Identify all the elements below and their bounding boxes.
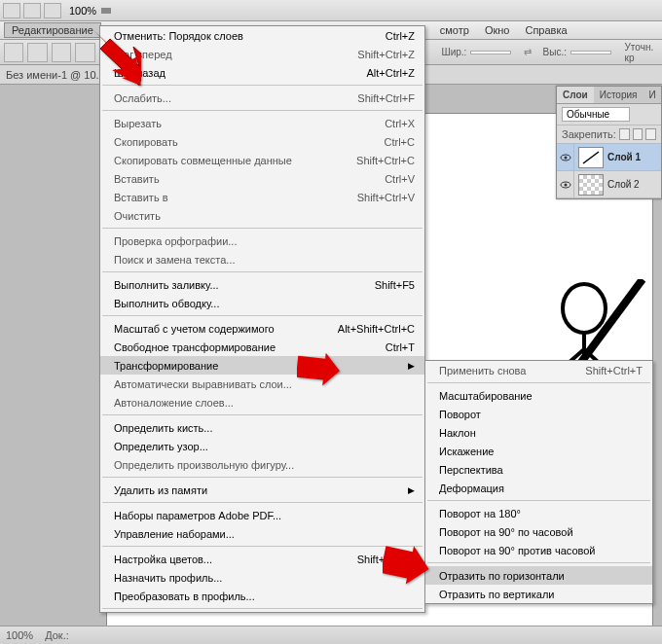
menu-help[interactable]: Справка <box>517 22 574 38</box>
selection-mode-new[interactable] <box>27 43 47 62</box>
refine-edge-button[interactable]: Уточн. кр <box>619 41 662 64</box>
menu-item-shortcut: Alt+Ctrl+Z <box>366 67 415 79</box>
menu-item-label: Удалить из памяти <box>114 484 388 496</box>
edit-menu-item[interactable]: Настройка цветов...Shift+Ctrl+K <box>100 550 424 568</box>
menu-window[interactable]: Окно <box>477 22 518 38</box>
menu-separator <box>427 562 650 563</box>
selection-mode-add[interactable] <box>52 43 71 62</box>
svg-line-10 <box>583 152 599 163</box>
layer-name[interactable]: Слой 1 <box>607 152 641 162</box>
edit-menu-item[interactable]: Трансформирование▶ <box>100 356 424 375</box>
transform-submenu-item[interactable]: Деформация <box>425 479 652 497</box>
toolbar-button-mb[interactable] <box>44 3 61 18</box>
width-field[interactable] <box>470 51 511 54</box>
transform-submenu-item[interactable]: Отразить по горизонтали <box>425 566 652 585</box>
menu-item-shortcut: Shift+Ctrl+V <box>357 192 415 203</box>
edit-menu-item: Очистить <box>100 206 424 225</box>
layer-name[interactable]: Слой 2 <box>607 179 640 190</box>
menu-item-label: Определить кисть... <box>114 422 415 434</box>
toolbar-button-ps[interactable] <box>3 3 20 18</box>
edit-menu-item[interactable]: Шаг назадAlt+Ctrl+Z <box>100 63 424 82</box>
lock-transparent-icon[interactable] <box>619 128 630 140</box>
layer-row[interactable]: Слой 1 <box>557 144 661 171</box>
edit-menu-item[interactable]: Выполнить обводку... <box>100 294 424 312</box>
menu-item-shortcut: Ctrl+V <box>385 173 415 185</box>
tab-layers[interactable]: Слои <box>557 87 594 103</box>
layer-thumbnail[interactable] <box>578 174 604 196</box>
edit-menu-item: ВырезатьCtrl+X <box>100 114 424 132</box>
menu-item-label: Отразить по вертикали <box>439 589 643 600</box>
menu-item-label: Назначить профиль... <box>114 572 415 584</box>
transform-submenu-item[interactable]: Отразить по вертикали <box>425 585 652 603</box>
layers-panel: Слои История И Обычные Закрепить: Слой 1… <box>556 86 662 199</box>
transform-submenu-item[interactable]: Искажение <box>425 442 652 460</box>
menu-item-label: Поиск и замена текста... <box>114 254 415 266</box>
edit-menu-item[interactable]: Наборы параметров Adobe PDF... <box>100 506 424 524</box>
edit-menu-item[interactable]: Удалить из памяти▶ <box>100 481 424 499</box>
menu-item-label: Вырезать <box>114 118 355 129</box>
edit-menu-item[interactable]: Назначить профиль... <box>100 568 424 587</box>
transform-submenu-item[interactable]: Поворот на 90° против часовой <box>425 541 652 559</box>
menu-item-label: Определить произвольную фигуру... <box>114 459 415 471</box>
lock-label: Закрепить: <box>562 128 616 140</box>
transform-submenu-item[interactable]: Поворот на 180° <box>425 504 652 522</box>
layer-row[interactable]: Слой 2 <box>557 171 661 198</box>
menu-view[interactable]: смотр <box>432 22 477 38</box>
menu-edit[interactable]: Редактирование <box>4 22 101 38</box>
visibility-icon[interactable] <box>557 144 574 170</box>
edit-menu-item: Поиск и замена текста... <box>100 250 424 268</box>
menu-item-label: Выполнить обводку... <box>114 298 415 309</box>
menu-separator <box>102 228 423 229</box>
toolbar-button-br[interactable] <box>23 3 41 18</box>
transform-submenu-item[interactable]: Наклон <box>425 423 652 442</box>
edit-menu-item[interactable]: Масштаб с учетом содержимогоAlt+Shift+Ct… <box>100 319 424 338</box>
menu-item-label: Масштаб с учетом содержимого <box>114 323 309 335</box>
menu-separator <box>102 608 423 609</box>
edit-menu-item[interactable]: Свободное трансформированиеCtrl+T <box>100 338 424 356</box>
transform-submenu-item[interactable]: Масштабирование <box>425 386 652 405</box>
menu-item-shortcut: Shift+Ctrl+C <box>356 155 415 166</box>
blend-mode-select[interactable]: Обычные <box>562 107 630 122</box>
hand-icon[interactable] <box>100 5 112 17</box>
transform-submenu: Применить сноваShift+Ctrl+TМасштабирован… <box>424 360 653 604</box>
tab-info[interactable]: И <box>643 87 661 103</box>
edit-menu-item[interactable]: Определить кисть... <box>100 418 424 437</box>
menu-item-shortcut: Ctrl+X <box>385 118 415 129</box>
height-field[interactable] <box>570 51 611 54</box>
edit-menu-item[interactable]: Преобразовать в профиль... <box>100 587 424 605</box>
edit-menu-item: Автоматически выравнивать слои... <box>100 375 424 393</box>
tool-icon-marquee[interactable] <box>4 43 23 62</box>
edit-menu-item[interactable]: Управление наборами... <box>100 524 424 543</box>
menu-separator <box>102 271 423 272</box>
layer-thumbnail[interactable] <box>578 147 604 168</box>
menu-item-shortcut: Shift+Ctrl+F <box>357 92 415 104</box>
menu-item-shortcut: Ctrl+C <box>385 136 415 148</box>
lock-pixels-icon[interactable] <box>633 128 644 140</box>
edit-menu-item: СкопироватьCtrl+C <box>100 132 424 151</box>
status-zoom[interactable]: 100% <box>6 629 33 641</box>
menu-item-label: Настройка цветов... <box>114 554 328 565</box>
menu-separator <box>427 500 650 501</box>
edit-menu-item[interactable]: Отменить: Порядок слоевCtrl+Z <box>100 26 424 45</box>
edit-menu-item[interactable]: Выполнить заливку...Shift+F5 <box>100 275 424 294</box>
edit-menu-item[interactable]: Определить узор... <box>100 437 424 455</box>
menu-item-label: Автоналожение слоев... <box>114 397 415 409</box>
selection-mode-subtract[interactable] <box>75 43 94 62</box>
status-doc[interactable]: Док.: <box>45 629 69 641</box>
zoom-value[interactable]: 100% <box>69 5 96 17</box>
document-tab-label: Без имени-1 @ 10... <box>6 69 105 81</box>
menu-item-label: Свободное трансформирование <box>114 341 356 353</box>
lock-position-icon[interactable] <box>645 128 656 140</box>
link-icon[interactable]: ⇄ <box>524 47 532 57</box>
transform-submenu-item[interactable]: Перспектива <box>425 460 652 479</box>
menu-item-label: Скопировать совмещенные данные <box>114 155 327 166</box>
edit-menu-item: Шаг впередShift+Ctrl+Z <box>100 45 424 63</box>
edit-menu-item: Проверка орфографии... <box>100 232 424 250</box>
tab-history[interactable]: История <box>594 87 644 103</box>
menu-item-label: Скопировать <box>114 136 355 148</box>
menu-separator <box>102 414 423 415</box>
visibility-icon[interactable] <box>557 171 574 197</box>
transform-submenu-item[interactable]: Поворот на 90° по часовой <box>425 522 652 541</box>
status-bar: 100% Док.: <box>0 626 662 644</box>
transform-submenu-item[interactable]: Поворот <box>425 405 652 423</box>
